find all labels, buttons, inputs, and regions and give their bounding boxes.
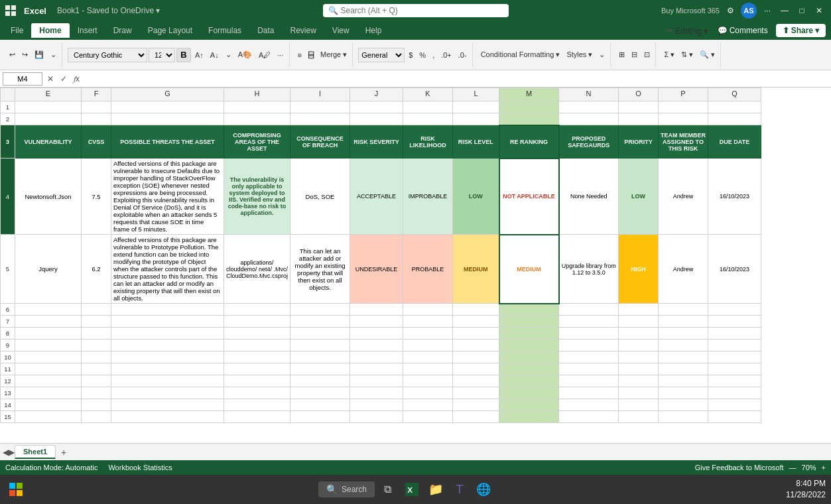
due-1[interactable]: 16/10/2023 bbox=[708, 158, 761, 235]
col-header-L[interactable]: L bbox=[453, 88, 499, 101]
zoom-plus-button[interactable]: + bbox=[822, 464, 826, 472]
font-name-select[interactable]: Century Gothic bbox=[68, 48, 147, 62]
col-header-F[interactable]: F bbox=[82, 88, 111, 101]
minimize-icon[interactable]: — bbox=[778, 4, 791, 17]
percent-button[interactable]: % bbox=[416, 50, 428, 60]
taskbar-teams-icon[interactable]: T bbox=[449, 479, 470, 500]
level-2[interactable]: MEDIUM bbox=[453, 235, 499, 304]
priority-2[interactable]: HIGH bbox=[619, 235, 659, 304]
user-avatar[interactable]: AS bbox=[741, 3, 757, 19]
more-buttons[interactable]: ··· bbox=[275, 50, 286, 60]
delete-button[interactable]: ⊟ bbox=[629, 49, 640, 60]
taskbar-search[interactable]: 🔍 Search bbox=[318, 481, 375, 497]
header-threats[interactable]: POSSIBLE THREATS THE ASSET bbox=[111, 125, 224, 158]
taskbar-start-icon[interactable] bbox=[5, 479, 27, 500]
search-area[interactable]: 🔍 bbox=[210, 4, 621, 17]
editing-badge[interactable]: ✏ Editing ▾ bbox=[662, 25, 712, 36]
header-likelihood[interactable]: RISK LIKELIHOOD bbox=[403, 125, 453, 158]
likelihood-2[interactable]: PROBABLE bbox=[403, 235, 453, 304]
header-team[interactable]: TEAM MEMBER ASSIGNED TO THIS RISK bbox=[659, 125, 708, 158]
header-compromise[interactable]: COMPROMISING AREAS OF THE ASSET bbox=[224, 125, 290, 158]
formula-insert-icon[interactable]: 𝑓x bbox=[72, 74, 82, 84]
col-header-K[interactable]: K bbox=[403, 88, 453, 101]
safeguards-2[interactable]: Upgrade library from 1.12 to 3.5.0 bbox=[559, 235, 619, 304]
prev-sheet-button[interactable]: ◀ bbox=[3, 448, 9, 457]
workbook-stats[interactable]: Workbook Statistics bbox=[108, 464, 172, 472]
threats-1[interactable]: Affected versions of this package are vu… bbox=[111, 158, 224, 235]
settings-icon[interactable]: ⚙ bbox=[724, 4, 737, 17]
cvss-1[interactable]: 7.5 bbox=[82, 158, 111, 235]
team-2[interactable]: Andrew bbox=[659, 235, 708, 304]
currency-button[interactable]: $ bbox=[406, 50, 415, 60]
header-consequence[interactable]: CONSEQUENCE OF BREACH bbox=[290, 125, 350, 158]
maximize-icon[interactable]: □ bbox=[795, 4, 808, 17]
save-button[interactable]: 💾 bbox=[32, 49, 46, 60]
comma-button[interactable]: , bbox=[430, 50, 437, 60]
close-icon[interactable]: ✕ bbox=[812, 4, 826, 17]
level-1[interactable]: LOW bbox=[453, 158, 499, 235]
tab-formulas[interactable]: Formulas bbox=[200, 23, 249, 38]
name-box[interactable] bbox=[3, 72, 42, 86]
merge-button[interactable]: Merge ▾ bbox=[318, 49, 350, 60]
zoom-minus-button[interactable]: — bbox=[789, 464, 797, 472]
taskbar-folder-icon[interactable]: 📁 bbox=[425, 479, 446, 500]
reranking-1[interactable]: NOT APPLICABLE bbox=[499, 158, 559, 235]
severity-2[interactable]: UNDESIRABLE bbox=[350, 235, 403, 304]
format-button[interactable]: ⊡ bbox=[641, 49, 653, 60]
sort-button[interactable]: ⇅ ▾ bbox=[678, 49, 696, 60]
buy-label[interactable]: Buy Microsoft 365 bbox=[661, 7, 720, 15]
sum-button[interactable]: Σ ▾ bbox=[661, 49, 677, 60]
col-header-Q[interactable]: Q bbox=[708, 88, 761, 101]
compromise-2[interactable]: applications/ clouddemo/ net4/ .Mvc/ Clo… bbox=[224, 235, 290, 304]
compromise-1[interactable]: The vulnerability is only applicable to … bbox=[224, 158, 290, 235]
priority-1[interactable]: LOW bbox=[619, 158, 659, 235]
search-input[interactable] bbox=[341, 6, 503, 15]
decrease-decimal[interactable]: .0- bbox=[456, 50, 470, 60]
number-format-select[interactable]: General bbox=[358, 48, 405, 62]
bold-button[interactable]: B bbox=[176, 48, 191, 62]
due-2[interactable]: 16/10/2023 bbox=[708, 235, 761, 304]
font-size-select[interactable]: 12 bbox=[149, 48, 175, 62]
header-safeguards[interactable]: PROPOSED SAFEGAURDS bbox=[559, 125, 619, 158]
formula-cancel-icon[interactable]: ✕ bbox=[45, 74, 56, 84]
tab-page-layout[interactable]: Page Layout bbox=[140, 23, 200, 38]
threats-2[interactable]: Affected versions of this package are vu… bbox=[111, 235, 224, 304]
tab-home[interactable]: Home bbox=[31, 23, 69, 38]
more-font-button[interactable]: ⌄ bbox=[223, 49, 234, 60]
tab-draw[interactable]: Draw bbox=[105, 23, 140, 38]
decrease-font-button[interactable]: A↓ bbox=[208, 50, 222, 60]
next-sheet-button[interactable]: ▶ bbox=[9, 448, 15, 457]
feedback-link[interactable]: Give Feedback to Microsoft bbox=[695, 464, 784, 472]
taskbar-task-view-icon[interactable]: ⧉ bbox=[377, 479, 399, 500]
conditional-formatting-button[interactable]: Conditional Formatting ▾ bbox=[478, 49, 563, 60]
tab-help[interactable]: Help bbox=[357, 23, 390, 38]
taskbar-edge-icon[interactable]: 🌐 bbox=[473, 479, 494, 500]
more-undo-button[interactable]: ⌄ bbox=[48, 49, 59, 60]
vuln-2[interactable]: Jquery bbox=[15, 235, 82, 304]
grid-wrapper[interactable]: E F G H I J K L M N O P Q 1 bbox=[0, 88, 831, 443]
redo-button[interactable]: ↪ bbox=[19, 49, 31, 60]
tab-insert[interactable]: Insert bbox=[70, 23, 105, 38]
more-options-icon[interactable]: ··· bbox=[761, 4, 774, 17]
comments-button[interactable]: 💬 Comments bbox=[712, 25, 773, 36]
col-header-P[interactable]: P bbox=[659, 88, 708, 101]
vuln-1[interactable]: Newtonsoft.Json bbox=[15, 158, 82, 235]
col-header-G[interactable]: G bbox=[111, 88, 224, 101]
align-button[interactable]: ≡ bbox=[295, 50, 304, 60]
header-priority[interactable]: PRIORITY bbox=[619, 125, 659, 158]
search-bar[interactable]: 🔍 bbox=[323, 4, 509, 17]
cell-styles-button[interactable]: ⌄ bbox=[596, 49, 607, 60]
col-header-O[interactable]: O bbox=[619, 88, 659, 101]
formula-confirm-icon[interactable]: ✓ bbox=[58, 74, 69, 84]
wrap-button[interactable]: ⌸ bbox=[306, 48, 316, 61]
col-header-J[interactable]: J bbox=[350, 88, 403, 101]
header-severity[interactable]: RISK SEVERITY bbox=[350, 125, 403, 158]
windows-grid-icon[interactable] bbox=[5, 5, 16, 16]
consequence-1[interactable]: DoS, SOE bbox=[290, 158, 350, 235]
col-header-N[interactable]: N bbox=[559, 88, 619, 101]
team-1[interactable]: Andrew bbox=[659, 158, 708, 235]
header-reranking[interactable]: RE RANKING bbox=[499, 125, 559, 158]
increase-decimal[interactable]: .0+ bbox=[438, 50, 454, 60]
header-due[interactable]: DUE DATE bbox=[708, 125, 761, 158]
tab-data[interactable]: Data bbox=[249, 23, 282, 38]
